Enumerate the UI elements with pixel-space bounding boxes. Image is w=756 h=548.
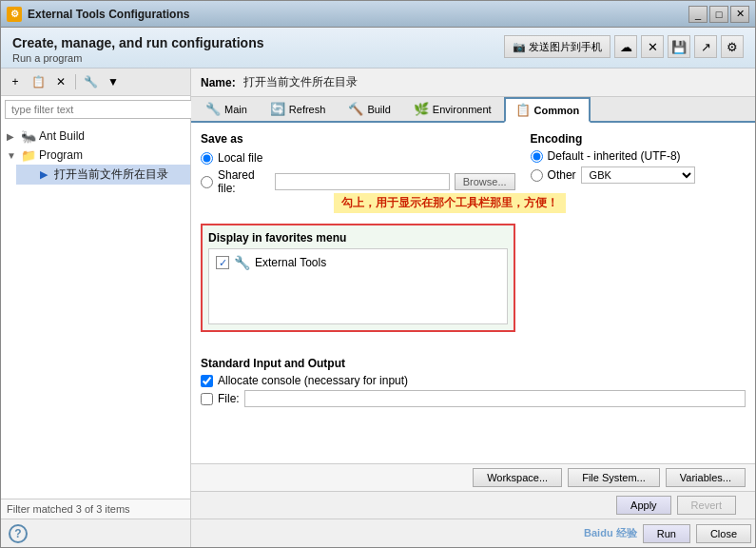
program-icon: 📁 — [21, 147, 36, 163]
annotation-text: 勾上，用于显示在那个工具栏那里，方便！ — [334, 193, 566, 213]
tab-refresh-label: Refresh — [289, 104, 326, 115]
left-toolbar: + 📋 ✕ 🔧 ▼ — [1, 68, 190, 96]
file-row-check[interactable]: File: — [201, 390, 746, 407]
close-button[interactable]: ✕ — [730, 6, 749, 23]
name-label: Name: — [201, 76, 236, 89]
program-label: Program — [39, 148, 83, 162]
main-body: + 📋 ✕ 🔧 ▼ ▶ 🐜 Ant Build ▼ 📁 Program — [1, 68, 755, 519]
shared-file-input[interactable] — [275, 173, 449, 190]
allocate-console-checkbox[interactable] — [201, 375, 213, 387]
maximize-button[interactable]: □ — [709, 6, 728, 23]
encoding-other[interactable]: Other GBK UTF-8 ISO-8859-1 — [531, 166, 746, 184]
copy-config-button[interactable]: 📋 — [28, 71, 48, 92]
settings-button[interactable]: ⚙ — [721, 35, 744, 58]
open-dir-label: 打开当前文件所在目录 — [54, 166, 168, 183]
tab-build-icon: 🔨 — [348, 102, 363, 116]
main-window: ⚙ External Tools Configurations _ □ ✕ Cr… — [0, 0, 756, 548]
tab-refresh[interactable]: 🔄 Refresh — [260, 97, 337, 121]
tabs-bar: 🔧 Main 🔄 Refresh 🔨 Build 🌿 Environment 📋 — [191, 97, 755, 123]
tree-item-program[interactable]: ▼ 📁 Program — [1, 146, 190, 165]
file-checkbox[interactable] — [201, 393, 213, 405]
encoding-default-radio[interactable] — [531, 150, 543, 163]
close-dialog-button[interactable]: Close — [696, 524, 751, 543]
ant-toggle: ▶ — [7, 131, 18, 142]
tab-main[interactable]: 🔧 Main — [195, 97, 258, 121]
tree-area: ▶ 🐜 Ant Build ▼ 📁 Program ▶ 打开当前文件所在目录 — [1, 123, 190, 499]
revert-button[interactable]: Revert — [677, 496, 736, 515]
local-file-option[interactable]: Local file — [201, 151, 515, 165]
name-value: 打开当前文件所在目录 — [243, 74, 358, 90]
workspace-buttons: Workspace... File System... Variables... — [191, 463, 755, 491]
local-file-radio[interactable] — [201, 152, 213, 165]
workspace-button[interactable]: Workspace... — [473, 468, 562, 487]
favorites-title: Display in favorites menu — [208, 231, 508, 245]
right-panel: Name: 打开当前文件所在目录 🔧 Main 🔄 Refresh 🔨 Buil… — [191, 68, 755, 519]
encoding-default[interactable]: Default - inherited (UTF-8) — [531, 149, 746, 163]
shared-file-option[interactable]: Shared file: Browse... — [201, 168, 515, 195]
encoding-select[interactable]: GBK UTF-8 ISO-8859-1 — [581, 166, 695, 184]
help-button[interactable]: ? — [9, 524, 28, 543]
tab-refresh-icon: 🔄 — [270, 102, 285, 116]
std-io-section: Standard Input and Output Allocate conso… — [201, 357, 746, 407]
tab-env-icon: 🌿 — [414, 102, 429, 116]
delete-config-button[interactable]: ✕ — [50, 71, 71, 92]
file-label: File: — [218, 392, 240, 405]
encoding-section: Encoding Default - inherited (UTF-8) Oth… — [531, 132, 746, 184]
title-bar: ⚙ External Tools Configurations _ □ ✕ — [1, 1, 755, 28]
header-title: Create, manage, and run configurations — [12, 35, 264, 50]
file-input[interactable] — [244, 390, 746, 407]
save-as-radio-group: Local file Shared file: Browse... — [201, 151, 515, 195]
tree-item-ant[interactable]: ▶ 🐜 Ant Build — [1, 127, 190, 146]
header-left: Create, manage, and run configurations R… — [12, 35, 264, 64]
ant-label: Ant Build — [39, 129, 85, 143]
window-title: External Tools Configurations — [28, 8, 683, 21]
tab-common-label: Common — [534, 105, 580, 116]
minimize-button[interactable]: _ — [688, 6, 708, 23]
favorites-section: Display in favorites menu ✓ 🔧 External T… — [201, 224, 515, 332]
open-dir-icon: ▶ — [36, 167, 51, 183]
tab-environment[interactable]: 🌿 Environment — [403, 97, 502, 121]
send-photo-button[interactable]: 📷 发送图片到手机 — [504, 35, 611, 58]
header-subtitle: Run a program — [12, 52, 264, 64]
file-system-button[interactable]: File System... — [568, 468, 660, 487]
bottom-row: ? Baidu 经验 Run Close — [1, 519, 755, 547]
apply-button[interactable]: Apply — [616, 496, 671, 515]
tree-item-open-dir[interactable]: ▶ 打开当前文件所在目录 — [16, 165, 190, 185]
tab-main-icon: 🔧 — [205, 102, 221, 116]
filter-input[interactable] — [5, 100, 194, 119]
shared-file-radio[interactable] — [201, 176, 213, 188]
bottom-left: ? — [1, 519, 191, 547]
close-x-button[interactable]: ✕ — [641, 35, 664, 58]
header-bar: Create, manage, and run configurations R… — [1, 28, 755, 68]
cloud-button[interactable]: ☁ — [614, 35, 637, 58]
tab-common[interactable]: 📋 Common — [504, 97, 591, 123]
tree-sub: ▶ 打开当前文件所在目录 — [1, 165, 190, 185]
bottom-right: Baidu 经验 Run Close — [191, 524, 755, 543]
encoding-default-label: Default - inherited (UTF-8) — [548, 149, 681, 163]
name-bar: Name: 打开当前文件所在目录 — [191, 68, 755, 97]
section-left: Save as Local file Shared file: — [201, 132, 515, 342]
run-button[interactable]: Run — [643, 524, 690, 543]
add-config-button[interactable]: + — [5, 71, 26, 92]
favorites-item-ext-tools[interactable]: ✓ 🔧 External Tools — [213, 253, 503, 272]
baidu-watermark: Baidu 经验 — [584, 526, 637, 540]
encoding-other-radio[interactable] — [531, 169, 543, 182]
variables-button[interactable]: Variables... — [666, 468, 746, 487]
save-button[interactable]: 💾 — [668, 35, 690, 58]
encoding-options: Default - inherited (UTF-8) Other GBK UT… — [531, 149, 746, 184]
filter-status: Filter matched 3 of 3 items — [1, 499, 190, 519]
tab-build[interactable]: 🔨 Build — [338, 97, 400, 121]
section-right: Encoding Default - inherited (UTF-8) Oth… — [531, 132, 746, 342]
tab-main-label: Main — [224, 104, 247, 115]
browse-button[interactable]: Browse... — [455, 173, 515, 190]
toolbar-separator — [75, 74, 76, 89]
ext-tools-checkbox[interactable]: ✓ — [216, 256, 229, 269]
dropdown-button[interactable]: ▼ — [103, 71, 124, 92]
local-file-label: Local file — [218, 151, 262, 165]
header-right: 📷 发送图片到手机 ☁ ✕ 💾 ↗ ⚙ — [504, 35, 744, 58]
allocate-console-row[interactable]: Allocate console (necessary for input) — [201, 374, 746, 387]
encoding-title: Encoding — [531, 132, 746, 146]
filter-button[interactable]: 🔧 — [80, 71, 101, 92]
tab-environment-label: Environment — [433, 104, 492, 115]
export-button[interactable]: ↗ — [694, 35, 717, 58]
